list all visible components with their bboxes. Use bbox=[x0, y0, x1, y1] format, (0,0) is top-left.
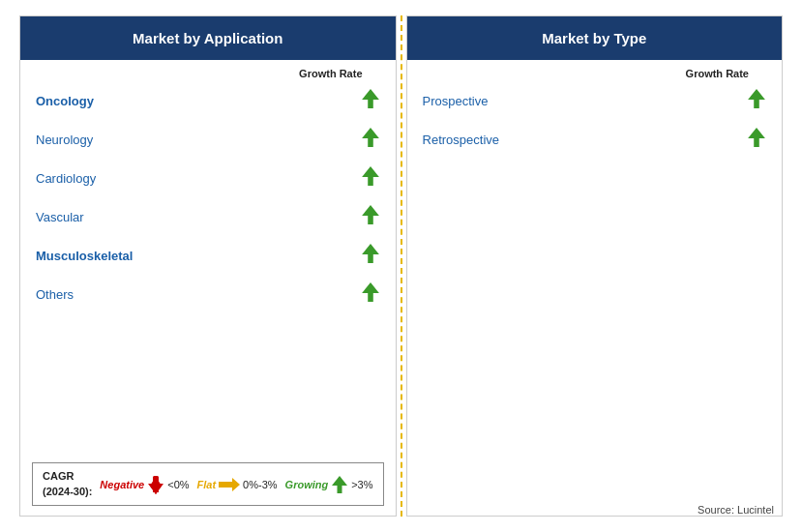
legend-negative-label: Negative bbox=[100, 479, 144, 490]
svg-marker-8 bbox=[362, 244, 379, 254]
svg-rect-24 bbox=[754, 137, 759, 147]
right-row-label: Prospective bbox=[423, 94, 489, 108]
right-row-arrow bbox=[747, 86, 766, 115]
svg-rect-5 bbox=[368, 176, 373, 186]
svg-marker-6 bbox=[362, 205, 379, 216]
green-up-arrow-icon bbox=[361, 86, 380, 111]
green-up-arrow-icon bbox=[361, 163, 380, 189]
left-row-label: Vascular bbox=[36, 210, 84, 224]
left-row-arrow bbox=[361, 202, 380, 231]
left-row-item: Neurology bbox=[36, 120, 380, 159]
svg-rect-9 bbox=[368, 253, 373, 263]
right-panel-header: Market by Type bbox=[407, 16, 782, 60]
left-row-label: Others bbox=[36, 287, 74, 302]
legend-growing-label: Growing bbox=[285, 479, 329, 490]
green-up-arrow-icon-legend bbox=[331, 474, 348, 495]
right-row-item: Prospective bbox=[423, 81, 766, 120]
green-up-arrow-icon bbox=[361, 241, 380, 266]
left-row-arrow bbox=[361, 163, 380, 192]
legend-flat: Flat 0%-3% bbox=[197, 477, 278, 492]
red-down-arrow-icon bbox=[147, 474, 164, 495]
legend-negative-range: <0% bbox=[167, 479, 189, 490]
left-panel-header: Market by Application bbox=[20, 16, 396, 60]
svg-rect-22 bbox=[754, 99, 759, 108]
svg-marker-23 bbox=[748, 128, 765, 138]
left-row-label: Neurology bbox=[36, 133, 93, 147]
legend-growing-range: >3% bbox=[351, 479, 372, 490]
left-growth-rate-label: Growth Rate bbox=[36, 68, 380, 79]
svg-marker-4 bbox=[362, 166, 379, 177]
left-title: Market by Application bbox=[133, 30, 282, 46]
green-up-arrow-icon bbox=[361, 280, 380, 305]
left-row-item: Musculoskeletal bbox=[36, 236, 380, 275]
green-up-arrow-icon bbox=[361, 202, 380, 227]
green-up-arrow-icon bbox=[747, 125, 766, 150]
legend-growing: Growing >3% bbox=[285, 474, 373, 495]
right-title: Market by Type bbox=[542, 30, 646, 46]
green-up-arrow-icon bbox=[361, 125, 380, 150]
right-growth-rate-label: Growth Rate bbox=[423, 68, 766, 79]
main-container: Market by Application Growth Rate Oncolo… bbox=[0, 0, 802, 532]
left-row-item: Cardiology bbox=[36, 159, 380, 197]
green-up-arrow-icon bbox=[747, 86, 766, 111]
yellow-right-arrow-icon bbox=[219, 477, 240, 492]
svg-marker-2 bbox=[362, 128, 379, 138]
svg-marker-0 bbox=[362, 89, 379, 100]
svg-rect-3 bbox=[368, 137, 373, 147]
right-bottom: Source: Lucintel bbox=[407, 296, 782, 517]
left-panel-body: Growth Rate Oncology Neurology Cardiolog… bbox=[20, 60, 396, 455]
left-row-arrow bbox=[361, 241, 380, 270]
legend-flat-range: 0%-3% bbox=[243, 479, 277, 490]
right-panel-body: Growth Rate Prospective Retrospective bbox=[407, 60, 782, 296]
left-row-arrow bbox=[361, 280, 380, 309]
left-row-label: Oncology bbox=[36, 94, 94, 108]
left-row-item: Others bbox=[36, 275, 380, 313]
svg-marker-17 bbox=[148, 484, 163, 493]
svg-marker-19 bbox=[332, 476, 347, 486]
svg-rect-11 bbox=[368, 292, 373, 302]
right-row-item: Retrospective bbox=[423, 120, 766, 159]
svg-marker-10 bbox=[362, 282, 379, 293]
svg-rect-1 bbox=[368, 99, 373, 108]
dashed-divider bbox=[401, 15, 402, 517]
legend-box: CAGR (2024-30): Negative <0% Flat bbox=[32, 462, 384, 506]
legend-cagr: CAGR (2024-30): bbox=[43, 469, 92, 499]
source-label: Source: Lucintel bbox=[407, 500, 782, 516]
left-row-arrow bbox=[361, 86, 380, 115]
left-items-list: Oncology Neurology Cardiology Vascular M… bbox=[36, 81, 380, 313]
left-row-arrow bbox=[361, 125, 380, 154]
svg-rect-7 bbox=[368, 215, 373, 224]
right-row-arrow bbox=[747, 125, 766, 154]
left-panel: Market by Application Growth Rate Oncolo… bbox=[19, 15, 397, 517]
legend-negative: Negative <0% bbox=[100, 474, 189, 495]
right-row-label: Retrospective bbox=[423, 133, 499, 147]
left-row-item: Oncology bbox=[36, 81, 380, 120]
svg-marker-21 bbox=[748, 89, 765, 100]
left-row-label: Musculoskeletal bbox=[36, 249, 133, 263]
legend-flat-label: Flat bbox=[197, 479, 217, 490]
svg-rect-20 bbox=[338, 485, 342, 493]
left-row-label: Cardiology bbox=[36, 171, 96, 186]
right-panel: Market by Type Growth Rate Prospective R… bbox=[406, 15, 783, 517]
svg-marker-18 bbox=[219, 478, 240, 491]
left-row-item: Vascular bbox=[36, 197, 380, 236]
right-items-list: Prospective Retrospective bbox=[423, 81, 766, 159]
